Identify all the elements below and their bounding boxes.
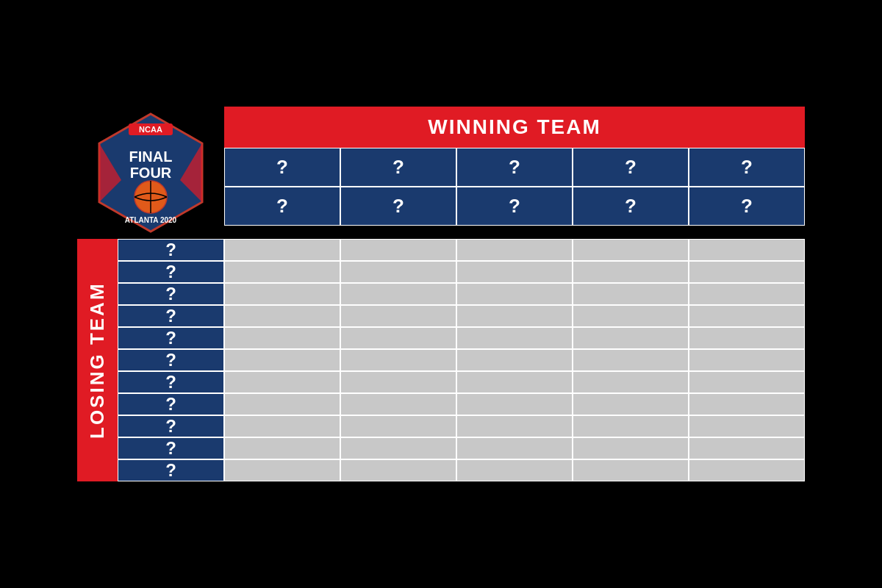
cell-6-1[interactable] xyxy=(224,349,340,371)
cell-1-1[interactable] xyxy=(224,239,340,261)
cell-8-2[interactable] xyxy=(340,393,456,415)
cell-1-5[interactable] xyxy=(689,239,805,261)
cell-11-1[interactable] xyxy=(224,459,340,481)
logo-cell: NCAA FINAL FOUR ATLANTA 2020 xyxy=(77,107,224,239)
data-row-10 xyxy=(224,437,805,459)
svg-text:ATLANTA 2020: ATLANTA 2020 xyxy=(125,216,177,224)
cell-5-2[interactable] xyxy=(340,327,456,349)
cell-2-4[interactable] xyxy=(573,261,689,283)
data-grid xyxy=(224,239,805,481)
cell-1-3[interactable] xyxy=(456,239,573,261)
cell-4-5[interactable] xyxy=(689,305,805,327)
data-row-3 xyxy=(224,283,805,305)
data-row-8 xyxy=(224,393,805,415)
cell-8-1[interactable] xyxy=(224,393,340,415)
row-header-6: ? xyxy=(118,349,224,371)
main-container: NCAA FINAL FOUR ATLANTA 2020 xyxy=(70,99,812,489)
cell-2-2[interactable] xyxy=(340,261,456,283)
cell-6-5[interactable] xyxy=(689,349,805,371)
cell-3-2[interactable] xyxy=(340,283,456,305)
col-header-3: ? xyxy=(456,148,573,187)
winning-team-header: WINNING TEAM xyxy=(224,107,805,148)
cell-4-1[interactable] xyxy=(224,305,340,327)
cell-5-4[interactable] xyxy=(573,327,689,349)
cell-7-4[interactable] xyxy=(573,371,689,393)
cell-3-3[interactable] xyxy=(456,283,573,305)
cell-9-4[interactable] xyxy=(573,415,689,437)
col-header-5: ? xyxy=(689,148,805,187)
cell-5-5[interactable] xyxy=(689,327,805,349)
data-row-4 xyxy=(224,305,805,327)
cell-1-4[interactable] xyxy=(573,239,689,261)
col-headers-row2: ? ? ? ? ? xyxy=(224,187,805,226)
cell-11-4[interactable] xyxy=(573,459,689,481)
cell-10-3[interactable] xyxy=(456,437,573,459)
data-row-6 xyxy=(224,349,805,371)
cell-4-4[interactable] xyxy=(573,305,689,327)
col-header-4: ? xyxy=(573,148,689,187)
data-row-1 xyxy=(224,239,805,261)
cell-8-3[interactable] xyxy=(456,393,573,415)
row-header-2: ? xyxy=(118,261,224,283)
cell-9-1[interactable] xyxy=(224,415,340,437)
cell-11-5[interactable] xyxy=(689,459,805,481)
svg-text:NCAA: NCAA xyxy=(139,125,162,134)
cell-9-3[interactable] xyxy=(456,415,573,437)
cell-9-5[interactable] xyxy=(689,415,805,437)
svg-text:FOUR: FOUR xyxy=(130,165,172,181)
cell-10-4[interactable] xyxy=(573,437,689,459)
main-body: LOSING TEAM ? ? ? ? ? ? ? ? ? ? ? xyxy=(77,239,805,481)
cell-3-4[interactable] xyxy=(573,283,689,305)
row-header-9: ? xyxy=(118,415,224,437)
col-header2-1: ? xyxy=(224,187,340,226)
cell-3-5[interactable] xyxy=(689,283,805,305)
row-header-7: ? xyxy=(118,371,224,393)
row-header-4: ? xyxy=(118,305,224,327)
cell-11-2[interactable] xyxy=(340,459,456,481)
cell-1-2[interactable] xyxy=(340,239,456,261)
row-header-11: ? xyxy=(118,459,224,481)
cell-7-3[interactable] xyxy=(456,371,573,393)
logo-area: NCAA FINAL FOUR ATLANTA 2020 xyxy=(88,110,213,235)
cell-5-3[interactable] xyxy=(456,327,573,349)
data-row-5 xyxy=(224,327,805,349)
svg-text:FINAL: FINAL xyxy=(129,148,173,165)
row-header-8: ? xyxy=(118,393,224,415)
losing-team-label: LOSING TEAM xyxy=(77,239,118,481)
col-header2-5: ? xyxy=(689,187,805,226)
cell-2-3[interactable] xyxy=(456,261,573,283)
row-header-1: ? xyxy=(118,239,224,261)
cell-6-3[interactable] xyxy=(456,349,573,371)
col-headers-row1: ? ? ? ? ? xyxy=(224,148,805,187)
cell-11-3[interactable] xyxy=(456,459,573,481)
row-header-5: ? xyxy=(118,327,224,349)
cell-4-2[interactable] xyxy=(340,305,456,327)
row-header-10: ? xyxy=(118,437,224,459)
cell-2-5[interactable] xyxy=(689,261,805,283)
row-headers: ? ? ? ? ? ? ? ? ? ? ? xyxy=(118,239,224,481)
row-header-3: ? xyxy=(118,283,224,305)
cell-2-1[interactable] xyxy=(224,261,340,283)
col-header2-4: ? xyxy=(573,187,689,226)
cell-10-1[interactable] xyxy=(224,437,340,459)
data-row-11 xyxy=(224,459,805,481)
cell-8-5[interactable] xyxy=(689,393,805,415)
col-header2-2: ? xyxy=(340,187,456,226)
cell-10-5[interactable] xyxy=(689,437,805,459)
cell-5-1[interactable] xyxy=(224,327,340,349)
cell-3-1[interactable] xyxy=(224,283,340,305)
cell-9-2[interactable] xyxy=(340,415,456,437)
cell-7-1[interactable] xyxy=(224,371,340,393)
cell-6-2[interactable] xyxy=(340,349,456,371)
col-header-2: ? xyxy=(340,148,456,187)
data-row-2 xyxy=(224,261,805,283)
cell-10-2[interactable] xyxy=(340,437,456,459)
ncaa-logo-svg: NCAA FINAL FOUR ATLANTA 2020 xyxy=(88,110,213,235)
data-row-7 xyxy=(224,371,805,393)
cell-8-4[interactable] xyxy=(573,393,689,415)
cell-6-4[interactable] xyxy=(573,349,689,371)
cell-7-2[interactable] xyxy=(340,371,456,393)
cell-7-5[interactable] xyxy=(689,371,805,393)
cell-4-3[interactable] xyxy=(456,305,573,327)
data-row-9 xyxy=(224,415,805,437)
